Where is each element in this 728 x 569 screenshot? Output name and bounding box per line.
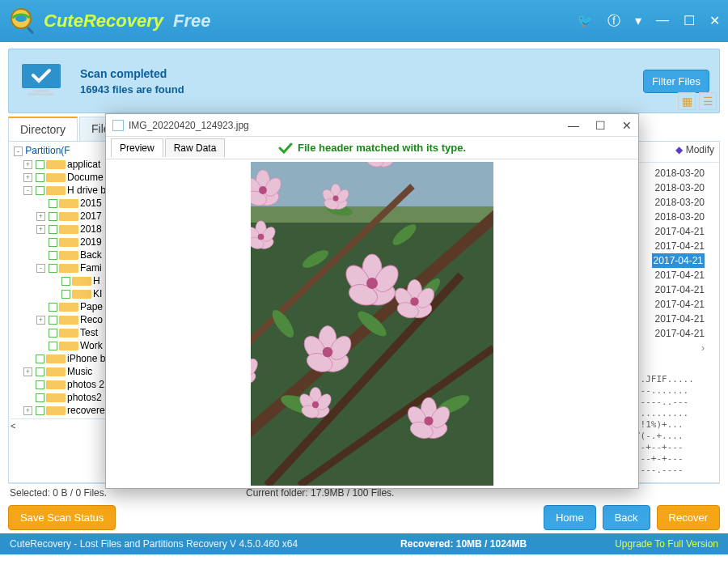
date-cell[interactable]: 2018-03-20 — [652, 166, 705, 180]
selected-info: Selected: 0 B / 0 Files. — [10, 487, 246, 499]
view-list-icon[interactable]: ☰ — [699, 92, 717, 110]
sort-icon[interactable]: ◆ — [675, 144, 683, 155]
current-folder-info: Current folder: 17.9MB / 100 Files. — [246, 487, 718, 499]
action-row: Save Scan Status Home Back Recover — [8, 505, 720, 530]
twitter-icon[interactable]: 🐦 — [577, 13, 593, 30]
close-icon[interactable]: ✕ — [709, 13, 720, 30]
date-cell[interactable]: 2017-04-21 — [652, 297, 705, 312]
app-edition: Free — [173, 11, 210, 32]
date-cell[interactable]: 2017-04-21 — [652, 268, 705, 282]
view-grid-icon[interactable]: ▦ — [678, 92, 696, 110]
preview-tab-preview[interactable]: Preview — [111, 138, 163, 157]
tab-directory[interactable]: Directory — [8, 117, 78, 141]
preview-maximize-icon[interactable]: ☐ — [595, 119, 606, 132]
date-cell[interactable]: 2017-04-21 — [652, 239, 705, 253]
app-logo: CuteRecovery Free — [8, 6, 210, 36]
view-mode-icons: ▦ ☰ — [678, 92, 717, 110]
svg-rect-2 — [27, 27, 34, 34]
magnifier-disk-icon — [8, 6, 37, 36]
app-title: CuteRecovery — [44, 11, 163, 32]
upgrade-link[interactable]: Upgrade To Full Version — [615, 538, 718, 550]
svg-rect-5 — [28, 93, 54, 96]
image-file-icon — [112, 120, 124, 131]
date-cell[interactable]: 2017-04-21 — [652, 326, 705, 341]
save-scan-status-button[interactable]: Save Scan Status — [8, 505, 116, 530]
date-cell[interactable]: 2018-03-20 — [652, 180, 705, 195]
preview-close-icon[interactable]: ✕ — [622, 119, 632, 132]
date-cell[interactable]: 2018-03-20 — [652, 210, 705, 224]
date-cell[interactable]: 2017-04-21 — [652, 312, 705, 326]
modify-dates: 2018-03-202018-03-202018-03-202018-03-20… — [652, 166, 705, 355]
titlebar: CuteRecovery Free 🐦 ⓕ ▾ — ☐ ✕ — [0, 0, 728, 42]
filter-files-button[interactable]: Filter Files — [643, 70, 709, 93]
date-cell[interactable]: 2017-04-21 — [652, 282, 705, 297]
preview-titlebar[interactable]: IMG_20220420_124923.jpg — ☐ ✕ — [106, 114, 638, 137]
status-bar: CuteRecovery - Lost Files and Partitions… — [0, 533, 728, 554]
back-button[interactable]: Back — [603, 505, 650, 530]
svg-rect-8 — [251, 206, 493, 223]
checkmark-icon — [278, 142, 293, 154]
titlebar-controls: 🐦 ⓕ ▾ — ☐ ✕ — [577, 13, 720, 30]
statusbar-recovered: Recovered: 10MB / 1024MB — [312, 538, 615, 550]
date-cell[interactable]: 2017-04-21 — [652, 224, 705, 239]
svg-rect-7 — [251, 162, 493, 210]
scan-status-title: Scan completed — [80, 67, 184, 80]
preview-image — [251, 162, 493, 486]
recover-button[interactable]: Recover — [657, 505, 720, 530]
facebook-icon[interactable]: ⓕ — [607, 13, 620, 30]
col-modify[interactable]: Modify — [686, 144, 714, 155]
preview-status: File header matched with its type. — [278, 142, 466, 154]
preview-tab-rawdata[interactable]: Raw Data — [165, 138, 226, 157]
statusbar-version: CuteRecovery - Lost Files and Partitions… — [10, 538, 312, 550]
preview-filename: IMG_20220420_124923.jpg — [129, 120, 249, 131]
preview-minimize-icon[interactable]: — — [568, 119, 579, 132]
date-cell[interactable]: 2017-04-21 — [652, 253, 705, 268]
minimize-icon[interactable]: — — [656, 13, 669, 30]
svg-rect-4 — [33, 90, 49, 92]
svg-point-22 — [366, 278, 378, 289]
preview-tabrow: Preview Raw Data File header matched wit… — [106, 137, 638, 159]
date-cell[interactable]: 2018-03-20 — [652, 195, 705, 210]
home-button[interactable]: Home — [544, 505, 596, 530]
scan-status-banner: Scan completed 16943 files are found Fil… — [8, 49, 720, 113]
svg-rect-3 — [22, 64, 61, 88]
monitor-check-icon — [19, 62, 64, 100]
dropdown-icon[interactable]: ▾ — [635, 13, 641, 30]
scroll-right-icon[interactable]: › — [652, 341, 705, 355]
hex-snippet: ..JFIF..... ---....... .----..--- ......… — [635, 374, 708, 476]
scan-status-count: 16943 files are found — [80, 83, 184, 96]
preview-window: IMG_20220420_124923.jpg — ☐ ✕ Preview Ra… — [105, 113, 639, 489]
maximize-icon[interactable]: ☐ — [684, 13, 695, 30]
preview-image-area — [106, 159, 638, 488]
